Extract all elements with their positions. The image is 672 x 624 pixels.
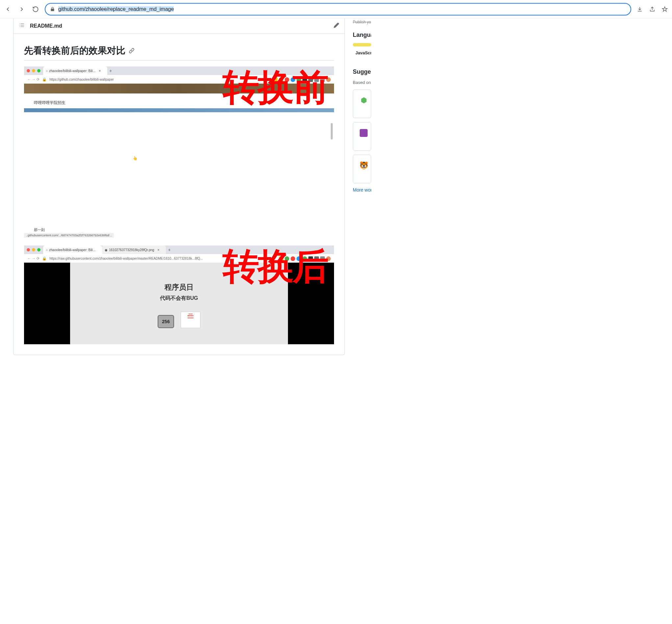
- after-overlay-label: 转换后: [223, 248, 328, 284]
- outline-toggle-icon[interactable]: [19, 22, 25, 30]
- embedded-number-box: 256: [158, 315, 174, 328]
- sidebar: Publish yo Languages JavaScript Suggeste…: [345, 19, 371, 355]
- browser-toolbar: github.com/zhaoolee/replace_readme_md_im…: [0, 0, 672, 19]
- edit-icon[interactable]: [333, 22, 339, 30]
- embedded-scrollbar: [331, 123, 333, 139]
- suggested-heading: Suggested: [353, 69, 371, 75]
- readme-filename: README.md: [30, 23, 62, 29]
- traffic-light-yellow: [32, 248, 35, 252]
- embedded-tab-2: ◉ 161027637732918ky28fQr.png ×: [102, 245, 166, 254]
- embedded-tab-1: ○ zhaoolee/bilibili-wallpaper: Bili...: [43, 245, 102, 254]
- suggested-subtext: Based on y: [353, 80, 371, 85]
- browser-back-button[interactable]: [3, 5, 12, 14]
- language-bar: [353, 43, 371, 46]
- before-image: ○ zhaoolee/bilibili-wallpaper: Bili... ×…: [24, 67, 334, 238]
- workflow-icon: ⬢: [358, 95, 369, 106]
- lock-icon: [50, 6, 55, 11]
- more-workflows-link[interactable]: More work: [353, 187, 371, 192]
- workflow-icon: 🐯: [358, 160, 369, 171]
- before-overlay-label: 转换前: [223, 69, 328, 105]
- star-icon[interactable]: [661, 5, 669, 13]
- browser-forward-button[interactable]: [17, 5, 26, 14]
- traffic-light-green: [37, 69, 41, 72]
- readme-body: 先看转换前后的效果对比 ○ zhaoolee/b: [14, 34, 344, 355]
- embedded-status-bar: ..githubusercontent.com/.../687474703a2f…: [24, 233, 114, 238]
- traffic-light-yellow: [32, 69, 35, 72]
- suggested-section: Suggested Based on y ⬢ N B np D R yo 🐯: [353, 63, 371, 192]
- embedded-subheading: 代码不会有BUG: [77, 295, 281, 302]
- download-icon[interactable]: [636, 5, 644, 13]
- readme-header: README.md: [14, 19, 344, 34]
- section-heading: 先看转换前后的效果对比: [24, 45, 334, 60]
- traffic-light-green: [37, 248, 41, 252]
- heading-text: 先看转换前后的效果对比: [24, 45, 125, 57]
- after-image: ○ zhaoolee/bilibili-wallpaper: Bili... ◉…: [24, 245, 334, 344]
- workflow-icon: [358, 128, 369, 138]
- language-name: JavaScript: [355, 50, 371, 55]
- languages-section: Languages JavaScript: [353, 26, 371, 55]
- url-text: github.com/zhaoolee/replace_readme_md_im…: [58, 6, 626, 12]
- language-item[interactable]: JavaScript: [353, 50, 371, 55]
- traffic-light-red: [27, 248, 30, 252]
- workflow-card[interactable]: D R yo: [353, 122, 371, 151]
- embedded-bottom-text: 那一刻: [34, 228, 45, 232]
- address-bar[interactable]: github.com/zhaoolee/replace_readme_md_im…: [45, 3, 631, 16]
- cursor-icon: 👆: [133, 156, 137, 161]
- languages-heading: Languages: [353, 32, 371, 38]
- anchor-link-icon[interactable]: [129, 48, 135, 54]
- traffic-light-red: [27, 69, 30, 72]
- share-icon[interactable]: [648, 5, 656, 13]
- browser-toolbar-right: [636, 5, 669, 13]
- workflow-card[interactable]: ⬢ N B np: [353, 89, 371, 118]
- publish-text: Publish yo: [353, 19, 371, 26]
- embedded-browser-tab: ○ zhaoolee/bilibili-wallpaper: Bili... ×: [43, 67, 107, 75]
- browser-reload-button[interactable]: [31, 5, 40, 14]
- workflow-card[interactable]: 🐯 G B gi: [353, 155, 371, 183]
- readme-container: README.md 先看转换前后的效果对比: [13, 19, 345, 355]
